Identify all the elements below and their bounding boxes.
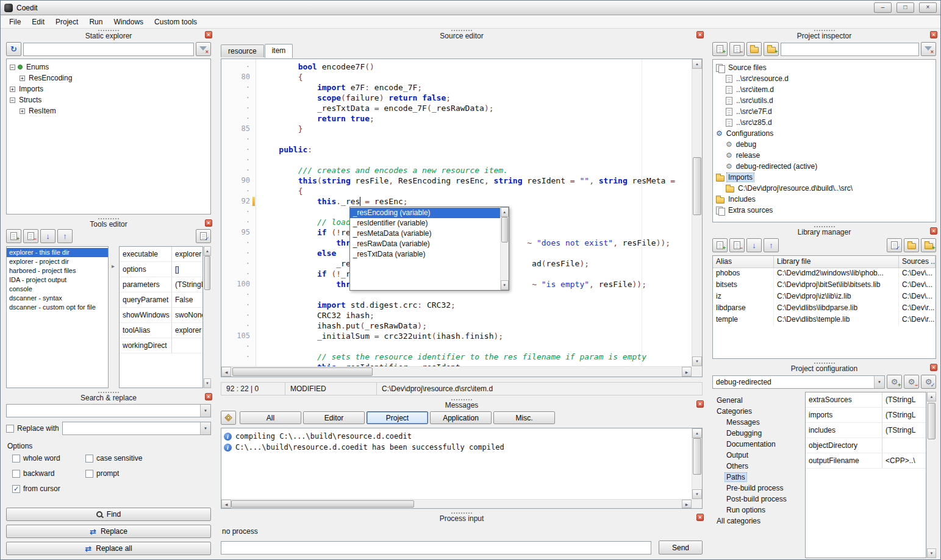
drag-grip[interactable]: [451, 399, 472, 400]
library-row-phobos[interactable]: phobosC:\Dev\dmd2\windows\lib\phob...C:\…: [713, 268, 936, 280]
config-property-name[interactable]: extraSources: [806, 392, 882, 407]
code-area[interactable]: _resEncoding (variable)_resIdentifier (v…: [256, 59, 692, 366]
filter-project[interactable]: Project: [367, 411, 428, 424]
scrollbar-thumb[interactable]: [232, 367, 373, 376]
scroll-down-button[interactable]: ▼: [692, 356, 702, 366]
move-tool-down-button[interactable]: ↓: [40, 229, 55, 243]
scroll-down-button[interactable]: ▼: [692, 489, 702, 499]
scrollbar-track[interactable]: [231, 500, 682, 508]
tool-item-harbored-project-files[interactable]: harbored - project files: [7, 266, 108, 275]
tool-item-explorer-this-file-dir[interactable]: explorer - this file dir: [7, 248, 108, 257]
expander-icon[interactable]: +: [20, 76, 25, 81]
library-row-iz[interactable]: izC:\Dev\dproj\iz\lib\iz.libC:\Dev\...: [713, 291, 936, 303]
message-item[interactable]: iC:\...\build\resource.d.coedit has been…: [221, 442, 692, 453]
config-category-node-debugging[interactable]: Debugging: [712, 428, 805, 439]
explorer-node-structs[interactable]: −Structs: [7, 94, 210, 105]
config-category-node-run-options[interactable]: Run options: [712, 505, 805, 516]
close-icon[interactable]: ×: [205, 219, 212, 227]
tool-property-value[interactable]: (TStringL: [172, 277, 202, 292]
inspector-node-includes[interactable]: Includes: [713, 194, 936, 205]
clear-inspector-filter-button[interactable]: ×: [921, 42, 936, 56]
minimize-button[interactable]: –: [874, 2, 892, 13]
find-button[interactable]: Find: [6, 508, 211, 521]
open-library-folder-button[interactable]: [904, 238, 919, 252]
tool-property-value[interactable]: False: [172, 292, 202, 307]
move-library-up-button[interactable]: ↑: [764, 238, 779, 252]
tool-item-console[interactable]: console: [7, 285, 108, 294]
inspector-node-release[interactable]: ⚙release: [713, 150, 936, 161]
symbol-filter-input[interactable]: [23, 43, 194, 56]
checkbox-whole-word[interactable]: whole word: [12, 454, 85, 463]
checkbox-case-sensitive[interactable]: case sensitive: [85, 454, 211, 463]
configuration-selector[interactable]: debug-redirected ▼: [712, 375, 885, 389]
inspector-node-debug[interactable]: ⚙debug: [713, 139, 936, 150]
filter-all[interactable]: All: [240, 411, 301, 424]
tool-property-name[interactable]: toolAlias: [120, 323, 172, 338]
config-category-node-pre-build-process[interactable]: Pre-build process: [712, 483, 805, 494]
chevron-down-icon[interactable]: ▼: [200, 405, 210, 417]
add-tool-button[interactable]: +: [6, 229, 21, 243]
explorer-node-resencoding[interactable]: +ResEncoding: [7, 73, 210, 83]
menu-file[interactable]: File: [4, 16, 26, 28]
scrollbar-thumb[interactable]: [501, 217, 508, 243]
config-category-node-others[interactable]: Others: [712, 461, 805, 472]
replace-with-checkbox[interactable]: Replace with: [6, 424, 59, 433]
menu-project[interactable]: Project: [50, 16, 84, 28]
inspector-node-extra-sources[interactable]: Extra sources: [713, 205, 936, 216]
scrollbar-track[interactable]: [501, 217, 509, 280]
drag-grip[interactable]: [814, 363, 835, 364]
move-tool-up-button[interactable]: ↑: [57, 229, 73, 243]
config-property-value[interactable]: (TStringL: [882, 392, 926, 407]
scrollbar-track[interactable]: [204, 256, 211, 378]
add-folder-button[interactable]: +: [764, 42, 779, 56]
config-property-value[interactable]: <CPP>..\: [882, 453, 926, 468]
expander-icon[interactable]: +: [10, 87, 15, 92]
explorer-node-imports[interactable]: +Imports: [7, 83, 210, 94]
explorer-node-resitem[interactable]: +ResItem: [7, 105, 210, 116]
close-icon[interactable]: ×: [696, 514, 704, 521]
close-icon[interactable]: ×: [930, 31, 937, 38]
scroll-down-button[interactable]: ▼: [204, 378, 211, 388]
tools-list[interactable]: explorer - this file direxplorer - proje…: [6, 246, 109, 388]
menu-windows[interactable]: Windows: [108, 16, 149, 28]
config-property-name[interactable]: outputFilename: [806, 453, 882, 468]
drag-grip[interactable]: [98, 392, 119, 393]
config-property-value[interactable]: (TStringL: [882, 423, 926, 438]
explorer-node-enums[interactable]: −Enums: [7, 62, 210, 73]
drag-grip[interactable]: [451, 30, 472, 31]
scroll-left-button[interactable]: ◀: [221, 367, 231, 377]
library-table[interactable]: AliasLibrary fileSources ... phobosC:\De…: [712, 255, 936, 359]
checkbox-backward[interactable]: backward: [12, 469, 85, 478]
scrollbar-track[interactable]: [692, 438, 702, 489]
config-category-node-all-categories[interactable]: All categories: [712, 516, 805, 526]
config-category-node-paths[interactable]: Paths: [712, 472, 805, 483]
inspector-node-src-e7f-d[interactable]: ..\src\e7F.d: [713, 106, 936, 117]
inspector-node-src-z85-d[interactable]: ..\src\z85.d: [713, 117, 936, 128]
config-category-node-documentation[interactable]: Documentation: [712, 439, 805, 450]
code-editor[interactable]: ·80····85····90·92··95····100····105··· …: [221, 58, 703, 377]
tool-item-dscanner-syntax[interactable]: dscanner - syntax: [7, 294, 108, 303]
close-icon[interactable]: ×: [696, 400, 704, 408]
config-category-tree[interactable]: GeneralCategoriesMessagesDebuggingDocume…: [712, 392, 805, 558]
message-list[interactable]: icompiling C:\...\build\resource.d.coedi…: [221, 428, 692, 499]
tool-property-value[interactable]: explorer: [172, 323, 202, 338]
scroll-up-button[interactable]: ▲: [501, 207, 509, 217]
window-close-button[interactable]: ×: [919, 2, 937, 13]
remove-configuration-button[interactable]: ⚙−: [904, 375, 919, 389]
inspector-node-src-item-d[interactable]: ..\src\item.d: [713, 84, 936, 95]
add-configuration-button[interactable]: ⚙+: [887, 375, 902, 389]
completion-item-resmetadata-variable[interactable]: _resMetaData (variable): [350, 229, 500, 239]
tool-item-ida-project-output[interactable]: IDA - project output: [7, 275, 108, 285]
checkbox-prompt[interactable]: prompt: [85, 469, 211, 478]
maximize-button[interactable]: □: [896, 2, 914, 13]
column-header-sources[interactable]: Sources ...: [899, 256, 936, 268]
apply-tool-button[interactable]: ✓: [196, 229, 211, 243]
scroll-down-button[interactable]: ▼: [501, 280, 509, 290]
clone-configuration-button[interactable]: ⚙✓: [921, 375, 936, 389]
tool-property-value[interactable]: [172, 338, 202, 353]
tool-property-name[interactable]: options: [120, 262, 172, 277]
checkbox-from-cursor[interactable]: ✓from cursor: [12, 484, 85, 493]
inspector-node-imports[interactable]: Imports: [713, 172, 936, 183]
scrollbar-thumb[interactable]: [693, 438, 701, 475]
tool-property-value[interactable]: swoNone: [172, 308, 202, 322]
